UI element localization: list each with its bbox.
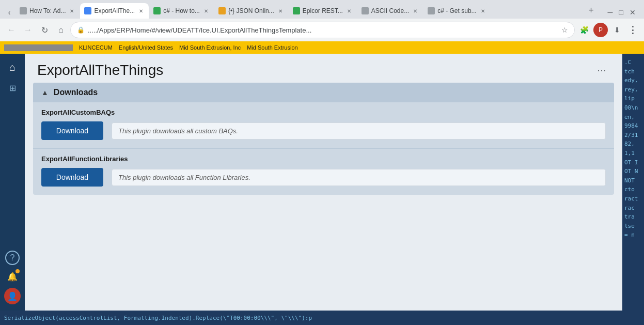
browser-tab-tab4[interactable]: {•} JSON Onlin...✕ (214, 3, 288, 19)
bookmark-icon[interactable]: ☆ (561, 26, 568, 34)
top-bar-locale: English/United States (119, 44, 173, 51)
bottom-bar: SerializeObject(accessControlList, Forma… (0, 311, 644, 325)
tab-close-tab6[interactable]: ✕ (412, 7, 419, 14)
extensions-icon[interactable]: 🧩 (577, 23, 591, 37)
code-lines: .Ctchedy,rey,lip00\nen,99842/3182,1,1OT … (622, 54, 644, 244)
forward-button[interactable]: → (21, 23, 35, 37)
app-body: ⌂ ⊞ ? 🔔 👤 ExportAllTheThings ⋯ ▲ Downloa… (0, 54, 644, 311)
tab-title-tab2: ExportAllThe... (94, 7, 135, 14)
item-label-baqs: ExportAllCustomBAQs (41, 109, 606, 116)
code-line: lse (624, 222, 642, 231)
tabs-container: How To: Ad...✕ExportAllThe...✕c# - How t… (15, 3, 583, 19)
code-line: tch (624, 67, 642, 76)
download-baqs-button[interactable]: Download (41, 121, 103, 140)
sidebar-help-icon[interactable]: ? (5, 251, 20, 265)
top-info-bar: ████████████ KLINCECUM English/United St… (0, 41, 644, 54)
section-title: Downloads (54, 88, 98, 97)
back-button[interactable]: ← (4, 23, 19, 37)
code-line: ract (624, 194, 642, 204)
tab-favicon-tab5 (293, 7, 300, 14)
collapse-icon: ▲ (41, 88, 49, 97)
tab-close-tab2[interactable]: ✕ (137, 7, 145, 14)
new-tab-button[interactable]: + (584, 3, 599, 18)
tab-close-tab5[interactable]: ✕ (345, 7, 353, 14)
code-line: 2/31 (624, 131, 642, 140)
nav-actions: 🧩 P ⬇ ⋮ (577, 23, 640, 37)
maximize-button[interactable]: □ (619, 8, 623, 17)
browser-tab-tab7[interactable]: c# - Get sub...✕ (423, 3, 490, 19)
close-button[interactable]: ✕ (630, 8, 636, 17)
top-bar-site: Mid South Extrusion (247, 44, 297, 51)
nav-bar: ← → ↻ ⌂ 🔒 ...../Apps/ERP/Home/#/view/UDE… (0, 19, 644, 41)
page-header: ExportAllTheThings ⋯ (25, 54, 622, 83)
tab-close-tab7[interactable]: ✕ (479, 7, 486, 14)
code-line: cto (624, 185, 642, 194)
tab-title-tab4: {•} JSON Onlin... (228, 7, 274, 14)
tab-prev-icon[interactable]: ‹ (4, 7, 14, 18)
item-row-baqs: Download This plugin downloads all custo… (41, 121, 606, 140)
tab-favicon-tab2 (84, 7, 91, 14)
tab-title-tab5: Epicor REST... (303, 7, 343, 14)
tab-title-tab6: ASCII Code... (371, 7, 409, 14)
browser-tab-tab1[interactable]: How To: Ad...✕ (15, 3, 80, 19)
home-button[interactable]: ⌂ (54, 23, 68, 37)
downloads-header[interactable]: ▲ Downloads (33, 83, 614, 102)
tab-close-tab1[interactable]: ✕ (68, 7, 75, 14)
main-content: ExportAllTheThings ⋯ ▲ Downloads ExportA… (25, 54, 622, 311)
top-bar-redacted: ████████████ (4, 44, 73, 51)
code-line: 00\n (624, 103, 642, 113)
tab-favicon-tab1 (20, 7, 27, 14)
address-text: ...../Apps/ERP/Home/#/view/UDEATT/Ice.UI… (88, 26, 558, 34)
profile-icon[interactable]: P (593, 23, 608, 37)
code-line: 82, (624, 140, 642, 149)
refresh-button[interactable]: ↻ (37, 23, 52, 37)
code-line: rey, (624, 85, 642, 95)
code-line: .C (624, 58, 642, 67)
more-actions-button[interactable]: ⋯ (593, 62, 610, 79)
address-bar[interactable]: 🔒 ...../Apps/ERP/Home/#/view/UDEATT/Ice.… (70, 22, 575, 38)
code-line: 9984 (624, 121, 642, 131)
code-line: = n (624, 230, 642, 240)
more-options-icon[interactable]: ⋮ (625, 23, 640, 37)
browser-tab-tab5[interactable]: Epicor REST...✕ (289, 3, 357, 19)
browser-chrome: ‹ How To: Ad...✕ExportAllThe...✕c# - How… (0, 0, 644, 41)
code-line: OT N (624, 167, 642, 176)
browser-tab-tab2[interactable]: ExportAllThe...✕ (80, 3, 149, 19)
code-line: 1,1 (624, 149, 642, 158)
notification-badge (15, 269, 20, 273)
browser-tab-tab6[interactable]: ASCII Code...✕ (357, 3, 423, 19)
tab-favicon-tab6 (362, 7, 369, 14)
code-line: lip (624, 94, 642, 103)
tab-title-tab7: c# - Get sub... (437, 7, 476, 14)
browser-tab-tab3[interactable]: c# - How to...✕ (149, 3, 214, 19)
download-browser-icon[interactable]: ⬇ (610, 23, 624, 37)
item-description-functions: This plugin downloads all Function Libra… (112, 169, 606, 186)
tab-favicon-tab3 (153, 7, 161, 14)
tab-title-tab1: How To: Ad... (29, 7, 66, 14)
top-bar-company: Mid South Extrusion, Inc (179, 44, 241, 51)
minimize-button[interactable]: ─ (608, 8, 613, 17)
sidebar-home-icon[interactable]: ⌂ (3, 58, 22, 76)
download-functions-button[interactable]: Download (41, 168, 103, 187)
top-bar-user: KLINCECUM (79, 44, 113, 51)
tab-favicon-tab7 (428, 7, 435, 14)
sidebar-notification-icon[interactable]: 🔔 (3, 267, 22, 286)
right-code-panel: .Ctchedy,rey,lip00\nen,99842/3182,1,1OT … (622, 54, 644, 311)
item-description-baqs: This plugin downloads all custom BAQs. (112, 122, 606, 140)
code-line: tra (624, 212, 642, 222)
download-item-baqs: ExportAllCustomBAQs Download This plugin… (33, 102, 614, 148)
sidebar: ⌂ ⊞ ? 🔔 👤 (0, 54, 25, 311)
bottom-code: SerializeObject(accessControlList, Forma… (4, 315, 312, 321)
sidebar-user-icon[interactable]: 👤 (4, 288, 21, 304)
code-line: NOT (624, 176, 642, 185)
tab-title-tab3: c# - How to... (163, 7, 200, 14)
page-title: ExportAllTheThings (37, 62, 163, 79)
sidebar-grid-icon[interactable]: ⊞ (3, 79, 22, 97)
code-line: OT I (624, 158, 642, 167)
tab-close-tab4[interactable]: ✕ (277, 7, 284, 14)
code-line: rac (624, 204, 642, 213)
download-item-functions: ExportAllFunctionLibraries Download This… (33, 148, 614, 195)
tab-close-tab3[interactable]: ✕ (202, 7, 210, 14)
item-row-functions: Download This plugin downloads all Funct… (41, 168, 606, 187)
tab-favicon-tab4 (218, 7, 226, 14)
